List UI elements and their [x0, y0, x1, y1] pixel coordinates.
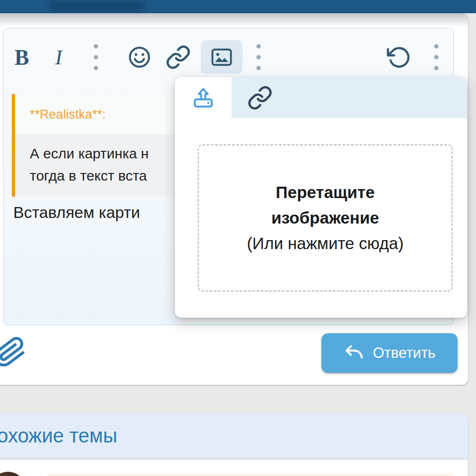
- insert-image-button-active[interactable]: [201, 40, 242, 74]
- link-icon: [247, 85, 273, 111]
- vertical-dots-icon: [93, 43, 99, 71]
- italic-button[interactable]: I: [45, 42, 72, 73]
- dropzone-subtitle: (Или нажмите сюда): [247, 231, 404, 256]
- attach-file-button[interactable]: [0, 336, 26, 369]
- similar-topics-header: охожие темы: [0, 413, 468, 459]
- image-icon: [210, 45, 234, 69]
- undo-button[interactable]: [384, 44, 412, 70]
- reply-button[interactable]: Ответить: [321, 333, 458, 373]
- insert-link-button[interactable]: [164, 45, 193, 69]
- italic-icon: I: [55, 45, 62, 69]
- tab-image-by-url[interactable]: [232, 77, 288, 118]
- topic-row[interactable]: [45, 474, 457, 476]
- similar-topics-title: охожие темы: [0, 424, 117, 447]
- editor-menu-button[interactable]: [429, 43, 443, 72]
- similar-topics-card: охожие темы: [0, 413, 468, 476]
- more-formatting-button[interactable]: [89, 43, 103, 72]
- forum-reply-page: B I: [0, 0, 476, 476]
- dropzone-title-line: изображение: [271, 205, 379, 231]
- similar-topics-body: [0, 459, 468, 476]
- smiley-icon: [127, 45, 152, 69]
- image-upload-popup: Перетащите изображение (Или нажмите сюда…: [175, 77, 467, 318]
- upload-icon: [192, 87, 215, 109]
- undo-icon: [386, 45, 410, 69]
- top-header-bar: [0, 0, 476, 13]
- emoji-button[interactable]: [125, 45, 154, 69]
- image-dropzone[interactable]: Перетащите изображение (Или нажмите сюда…: [198, 144, 453, 292]
- more-insert-button[interactable]: [251, 43, 266, 72]
- avatar[interactable]: [0, 472, 26, 476]
- editor-text[interactable]: Вставляем карти: [13, 203, 140, 222]
- tab-upload-image-active[interactable]: [175, 77, 232, 118]
- bold-icon: B: [15, 45, 29, 70]
- bold-button[interactable]: B: [9, 42, 35, 73]
- link-icon: [165, 44, 191, 70]
- dropzone-title-line: Перетащите: [276, 180, 374, 205]
- reply-arrow-icon: [344, 344, 364, 363]
- card-top-shadow: [0, 13, 468, 27]
- vertical-dots-icon: [256, 43, 261, 71]
- popup-tab-bar: [175, 77, 467, 118]
- paperclip-icon: [0, 333, 29, 371]
- reply-button-label: Ответить: [373, 345, 436, 362]
- vertical-dots-icon: [433, 43, 439, 71]
- header-title-ghost: [50, 1, 144, 11]
